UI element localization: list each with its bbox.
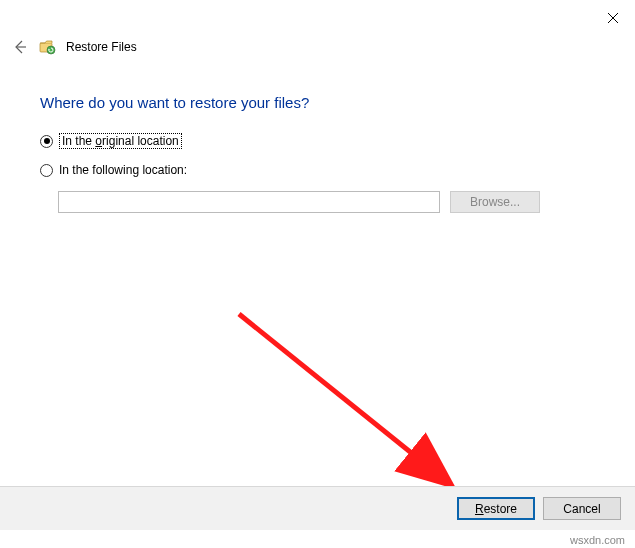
radio-icon-selected (40, 135, 53, 148)
dialog-footer: Restore Cancel (0, 486, 635, 530)
radio-following-label: In the following location: (59, 163, 187, 177)
back-arrow-icon (12, 39, 28, 55)
annotation-arrow-icon (235, 310, 475, 510)
back-button[interactable] (12, 39, 28, 55)
label-prefix: In the (62, 134, 95, 148)
restore-button[interactable]: Restore (457, 497, 535, 520)
svg-point-4 (47, 46, 55, 54)
svg-line-6 (239, 314, 445, 480)
restore-path-input[interactable] (58, 191, 440, 213)
window-title: Restore Files (66, 40, 137, 54)
label-suffix: riginal location (102, 134, 179, 148)
radio-original-location[interactable]: In the original location (40, 133, 595, 149)
cancel-button[interactable]: Cancel (543, 497, 621, 520)
btn-accel: R (475, 502, 484, 516)
restore-files-icon (38, 38, 56, 56)
browse-button: Browse... (450, 191, 540, 213)
close-button[interactable] (603, 8, 623, 28)
radio-original-label: In the original location (59, 133, 182, 149)
watermark-text: wsxdn.com (570, 534, 625, 546)
page-heading: Where do you want to restore your files? (40, 94, 595, 111)
btn-suffix: estore (484, 502, 517, 516)
radio-following-location[interactable]: In the following location: (40, 163, 595, 177)
close-icon (607, 12, 619, 24)
radio-icon-unselected (40, 164, 53, 177)
